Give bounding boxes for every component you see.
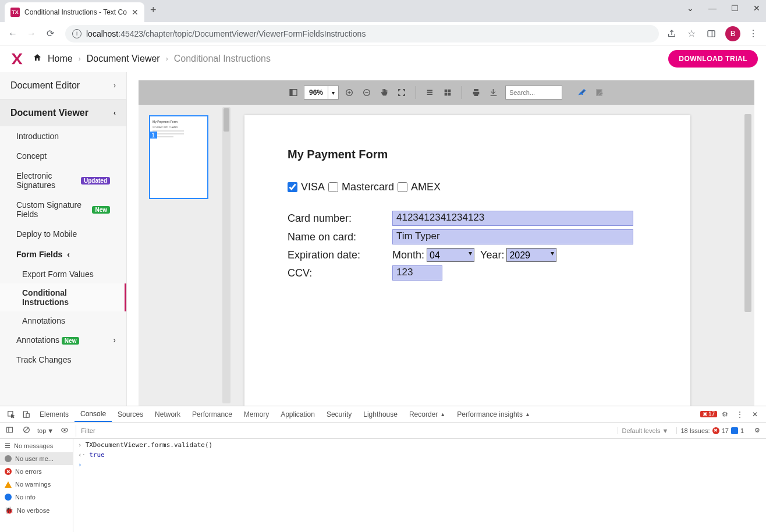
- search-input[interactable]: [505, 86, 562, 100]
- bookmark-star-icon[interactable]: ☆: [686, 28, 697, 40]
- window-minimize-icon[interactable]: —: [707, 3, 718, 13]
- sidebar-section-document-editor[interactable]: Document Editor ›: [0, 72, 126, 99]
- sidebar-section-document-viewer[interactable]: Document Viewer ‹: [0, 100, 126, 126]
- tab-lighthouse[interactable]: Lighthouse: [357, 406, 403, 422]
- window-maximize-icon[interactable]: ☐: [729, 3, 740, 13]
- window-close-icon[interactable]: ✕: [751, 3, 763, 13]
- chevron-right-icon: ›: [114, 81, 116, 90]
- error-count-badge[interactable]: ✖ 17: [700, 411, 717, 417]
- filter-no-user-messages[interactable]: No user me...: [0, 452, 73, 465]
- issues-indicator[interactable]: 18 Issues: ✖17 1: [676, 427, 747, 434]
- amex-checkbox[interactable]: [398, 182, 407, 192]
- sign-icon[interactable]: [575, 86, 589, 100]
- pan-hand-icon[interactable]: [377, 86, 391, 100]
- devtools-close-icon[interactable]: ✕: [747, 410, 763, 418]
- tab-sources[interactable]: Sources: [112, 406, 149, 422]
- tab-application[interactable]: Application: [275, 406, 321, 422]
- download-icon[interactable]: [487, 86, 501, 100]
- visa-checkbox[interactable]: [288, 182, 297, 192]
- console-settings-icon[interactable]: ⚙: [752, 427, 763, 434]
- tab-network[interactable]: Network: [149, 406, 186, 422]
- tab-recorder[interactable]: Recorder ▲: [403, 406, 451, 422]
- sidebar-item-conditional-instructions[interactable]: Conditional Instructions: [0, 283, 126, 311]
- context-selector[interactable]: top ▼: [37, 427, 54, 434]
- app-logo-icon[interactable]: [8, 51, 24, 67]
- thumbnail-scrollbar[interactable]: [222, 107, 230, 403]
- grid-view-icon[interactable]: [441, 86, 455, 100]
- home-icon[interactable]: [33, 53, 42, 65]
- sidebar-item-annotations-sub[interactable]: Annotations: [0, 311, 126, 330]
- log-levels-select[interactable]: Default levels ▼: [618, 427, 672, 434]
- filter-no-warnings[interactable]: No warnings: [0, 478, 73, 491]
- zoom-out-icon[interactable]: [360, 86, 374, 100]
- devtools-settings-icon[interactable]: ⚙: [717, 410, 732, 418]
- sidebar-item-deploy-to-mobile[interactable]: Deploy to Mobile: [0, 224, 126, 244]
- console-output[interactable]: ›TXDocumentViewer.forms.validate() ‹·tru…: [73, 439, 766, 532]
- clear-console-icon[interactable]: [20, 426, 33, 435]
- ccv-field[interactable]: 123: [392, 265, 442, 281]
- edit-form-icon[interactable]: [593, 86, 607, 100]
- mastercard-checkbox[interactable]: [328, 182, 338, 192]
- console-filter-input[interactable]: [76, 425, 613, 437]
- forward-button[interactable]: →: [23, 26, 40, 42]
- badge-updated: Updated: [81, 177, 110, 185]
- sidebar-item-electronic-signatures[interactable]: Electronic Signatures Updated: [0, 166, 126, 195]
- breadcrumb-l1[interactable]: Document Viewer: [87, 54, 160, 64]
- toggle-sidebar-icon[interactable]: [286, 86, 300, 100]
- fullscreen-icon[interactable]: [395, 86, 409, 100]
- filter-no-verbose[interactable]: 🐞No verbose: [0, 503, 73, 517]
- tab-elements[interactable]: Elements: [34, 406, 75, 422]
- sidebar-item-concept[interactable]: Concept: [0, 146, 126, 166]
- tab-security[interactable]: Security: [321, 406, 357, 422]
- chevron-right-icon: ›: [79, 55, 81, 63]
- year-select[interactable]: 2029: [506, 248, 556, 262]
- card-number-field[interactable]: 4123412341234123: [392, 211, 633, 226]
- tab-console[interactable]: Console: [75, 406, 112, 422]
- device-toggle-icon[interactable]: [19, 410, 34, 418]
- sidebar-item-introduction[interactable]: Introduction: [0, 126, 126, 146]
- document-scrollbar[interactable]: [744, 107, 752, 403]
- breadcrumb-home[interactable]: Home: [48, 54, 73, 64]
- sidebar-item-form-fields[interactable]: Form Fields ‹: [0, 244, 126, 265]
- zoom-select[interactable]: 96% ▾: [304, 86, 339, 100]
- tab-close-icon[interactable]: ✕: [132, 8, 139, 17]
- filter-no-info[interactable]: No info: [0, 491, 73, 503]
- site-info-icon[interactable]: i: [72, 29, 81, 38]
- devtools-menu-icon[interactable]: ⋮: [732, 410, 747, 418]
- browser-tab[interactable]: TX Conditional Instructions - Text Co ✕: [5, 2, 144, 22]
- back-button[interactable]: ←: [5, 26, 21, 42]
- document-scroll-area[interactable]: My Payment Form VISA Mastercard AMEX Car…: [232, 105, 754, 406]
- share-icon[interactable]: [666, 28, 678, 40]
- live-expression-icon[interactable]: [58, 426, 71, 435]
- profile-avatar[interactable]: B: [725, 26, 740, 41]
- sidebar-item-export-form-values[interactable]: Export Form Values: [0, 265, 126, 283]
- sidebar-item-track-changes[interactable]: Track Changes: [0, 350, 126, 370]
- filter-no-errors[interactable]: ✖No errors: [0, 465, 73, 478]
- name-on-card-field[interactable]: Tim Typer: [392, 229, 633, 244]
- tab-memory[interactable]: Memory: [238, 406, 275, 422]
- sidebar-item-annotations[interactable]: Annotations New ›: [0, 330, 126, 350]
- month-select[interactable]: 04: [427, 248, 474, 262]
- thumbnail-panel: 1 My Payment Form ☑ VISA ☐ MC ☐ AMEX: [139, 105, 232, 406]
- console-sidebar-toggle-icon[interactable]: [3, 426, 16, 435]
- tab-performance-insights[interactable]: Performance insights ▲: [451, 406, 536, 422]
- devtools-panel: Elements Console Sources Network Perform…: [0, 406, 766, 532]
- filter-no-messages[interactable]: ☰No messages: [0, 439, 73, 452]
- sidebar-item-custom-signature-fields[interactable]: Custom Signature Fields New: [0, 195, 126, 224]
- inspect-element-icon[interactable]: [3, 410, 19, 418]
- reload-button[interactable]: ⟳: [42, 26, 58, 42]
- address-bar[interactable]: i localhost:45423/chapter/topic/Document…: [65, 25, 659, 42]
- tab-performance[interactable]: Performance: [186, 406, 238, 422]
- print-icon[interactable]: [469, 86, 483, 100]
- new-tab-button[interactable]: +: [150, 4, 157, 16]
- viewer-toolbar: 96% ▾: [139, 80, 754, 105]
- page-thumbnail[interactable]: 1 My Payment Form ☑ VISA ☐ MC ☐ AMEX: [149, 115, 208, 199]
- side-panel-icon[interactable]: [705, 28, 717, 40]
- zoom-in-icon[interactable]: [342, 86, 356, 100]
- search-field[interactable]: [506, 86, 562, 99]
- download-trial-button[interactable]: DOWNLOAD TRIAL: [668, 50, 758, 68]
- single-page-icon[interactable]: [423, 86, 437, 100]
- window-dropdown-icon[interactable]: ⌄: [685, 3, 696, 13]
- thumbnail-page-number: 1: [149, 132, 157, 139]
- browser-menu-icon[interactable]: ⋮: [749, 28, 758, 39]
